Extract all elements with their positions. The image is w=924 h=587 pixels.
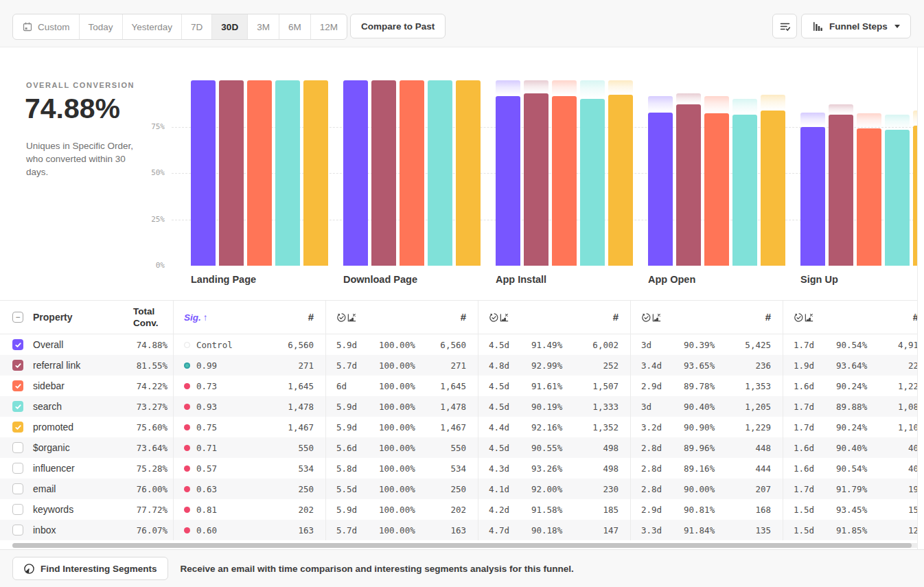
sig-value: Control	[196, 340, 233, 350]
bar-promoted-step-1[interactable]	[303, 80, 328, 266]
segment-checkbox-$organic[interactable]	[12, 442, 23, 453]
range-today[interactable]: Today	[79, 14, 122, 39]
step-cell-section: 3d90.40%1,205	[630, 396, 783, 417]
segment-name: keywords	[33, 504, 73, 515]
time-to-convert-value: 1.7d	[794, 484, 836, 494]
range-12m[interactable]: 12M	[310, 14, 347, 39]
bar-sidebar-step-4[interactable]	[704, 113, 729, 266]
bar-referral-link-step-5[interactable]	[829, 115, 853, 266]
time-column-header[interactable]	[336, 312, 347, 323]
bar-sidebar-step-1[interactable]	[247, 80, 272, 266]
select-all-checkbox[interactable]: −	[12, 312, 23, 323]
segment-checkbox-influencer[interactable]	[12, 463, 23, 474]
bar-promoted-step-5[interactable]	[913, 126, 918, 266]
total-conversion-value: 81.55%	[96, 360, 168, 371]
bar-search-step-5[interactable]	[885, 130, 910, 266]
time-column-header[interactable]	[641, 312, 651, 323]
segment-checkbox-inbox[interactable]	[12, 525, 23, 536]
step-cell-section: 1.6d90.40%40	[783, 437, 918, 458]
conversion-rate-value: 90.40%	[836, 443, 908, 453]
time-column-header[interactable]	[489, 312, 499, 323]
horizontal-scrollbar[interactable]	[12, 543, 918, 548]
time-column-header[interactable]	[794, 312, 804, 323]
find-interesting-segments-button[interactable]: Find Interesting Segments	[12, 557, 168, 580]
conversion-rate-value: 89.96%	[684, 443, 755, 453]
segment-checkbox-promoted[interactable]	[12, 422, 23, 433]
rate-column-header[interactable]	[651, 312, 662, 323]
range-label: 3M	[257, 22, 270, 32]
segment-checkbox-email[interactable]	[12, 483, 23, 494]
bar-Overall-step-4[interactable]	[648, 113, 673, 266]
table-row-$organic: $organic73.64%0.715505.6d100.00%5504.5d9…	[0, 437, 918, 458]
bar-search-step-2[interactable]	[428, 80, 452, 266]
dropoff-cap-referral-link	[829, 104, 853, 115]
bar-referral-link-step-3[interactable]	[524, 93, 548, 266]
step-cell: 5.7d100.00%271	[326, 355, 478, 376]
bar-promoted-step-3[interactable]	[608, 95, 633, 266]
segment-checkbox-Overall[interactable]	[12, 339, 23, 350]
sig-value: 0.93	[196, 402, 217, 412]
range-30d[interactable]: 30D	[211, 14, 247, 39]
dropoff-cap-search	[732, 99, 757, 115]
range-custom[interactable]: Custom	[13, 14, 79, 39]
conversion-over-time-icon	[804, 312, 814, 323]
range-6m[interactable]: 6M	[279, 14, 310, 39]
bar-Overall-step-3[interactable]	[496, 96, 520, 266]
dropoff-cap-Overall	[496, 80, 520, 96]
sig-column-header[interactable]: Sig.↑	[184, 312, 208, 323]
compare-to-past-button[interactable]: Compare to Past	[350, 14, 446, 38]
conversion-rate-value: 100.00%	[379, 484, 450, 494]
rate-column-header[interactable]	[347, 312, 357, 323]
y-axis-tick: 25%	[136, 215, 165, 225]
conversion-rate-value: 91.49%	[531, 340, 592, 350]
conversion-rate-value: 91.85%	[836, 525, 908, 536]
funnel-steps-dropdown[interactable]: Funnel Steps	[801, 14, 911, 38]
count-column-header[interactable]: #	[913, 311, 918, 323]
segment-checkbox-referral-link[interactable]	[12, 360, 23, 371]
count-column-header[interactable]: #	[613, 311, 619, 323]
conversion-rate-value: 92.99%	[531, 360, 603, 371]
bar-referral-link-step-4[interactable]	[676, 104, 701, 266]
header-section-step-3: #	[478, 301, 630, 334]
step-cell: 4.5d90.19%1,333	[478, 396, 630, 417]
segment-checkbox-search[interactable]	[12, 401, 23, 412]
bar-search-step-1[interactable]	[275, 80, 300, 266]
sig-cell: 0.60163	[174, 520, 325, 540]
segment-checkbox-keywords[interactable]	[12, 504, 23, 515]
step-cell-section: 2.8d90.00%207	[630, 479, 783, 499]
bar-search-step-4[interactable]	[732, 115, 757, 266]
bar-referral-link-step-1[interactable]	[219, 80, 244, 266]
bar-Overall-step-2[interactable]	[343, 80, 368, 266]
step-cell: 3.3d91.84%135	[631, 520, 783, 540]
scrollbar-thumb[interactable]	[12, 543, 912, 548]
bar-sidebar-step-2[interactable]	[400, 80, 424, 266]
count-icon: #	[913, 311, 918, 323]
count-column-header[interactable]: #	[765, 311, 771, 323]
step-count-value: 230	[603, 484, 619, 494]
range-yesterday[interactable]: Yesterday	[122, 14, 182, 39]
step-cell-section: 4.5d91.49%6,002	[478, 334, 630, 355]
bar-promoted-step-2[interactable]	[456, 80, 481, 266]
bar-Overall-step-1[interactable]	[191, 80, 216, 266]
sig-not-significant-dot	[184, 465, 190, 472]
bar-Overall-step-5[interactable]	[800, 127, 825, 266]
step-cell: 2.8d89.96%448	[631, 437, 783, 458]
count-column-header[interactable]: #	[461, 311, 466, 323]
sig-cell: 0.931,478	[174, 396, 325, 417]
range-3m[interactable]: 3M	[247, 14, 279, 39]
bar-promoted-step-4[interactable]	[761, 111, 785, 266]
bar-referral-link-step-2[interactable]	[371, 80, 396, 266]
step-count-value: 1,10	[898, 422, 918, 433]
rate-column-header[interactable]	[499, 312, 509, 323]
count-column-header[interactable]: #	[308, 311, 314, 323]
rate-column-header[interactable]	[804, 312, 814, 323]
range-7d[interactable]: 7D	[181, 14, 211, 39]
bar-sidebar-step-3[interactable]	[552, 96, 577, 266]
filter-list-button[interactable]	[772, 14, 797, 38]
step-cell: 2.8d90.00%207	[631, 479, 783, 499]
bar-sidebar-step-5[interactable]	[857, 128, 881, 266]
total-conversion-value: 76.07%	[96, 525, 168, 536]
segment-checkbox-sidebar[interactable]	[12, 380, 23, 391]
bar-search-step-3[interactable]	[580, 99, 605, 266]
footer-bar: Find Interesting Segments Receive an ema…	[0, 549, 924, 587]
